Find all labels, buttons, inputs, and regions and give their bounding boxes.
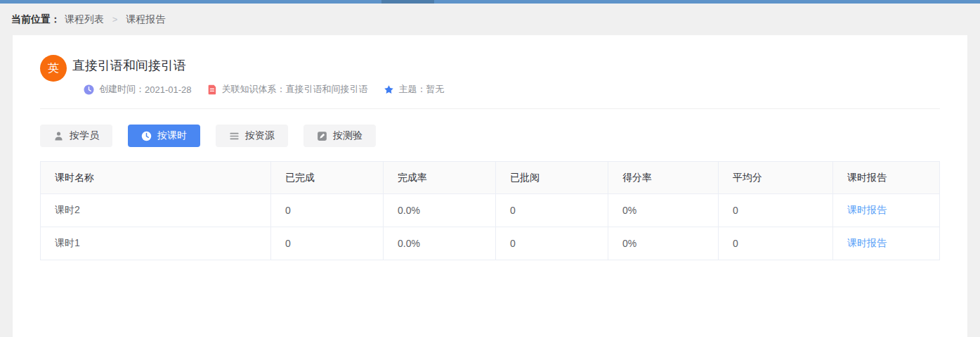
breadcrumb-item-course-report: 课程报告 [126,13,165,25]
course-title: 直接引语和间接引语 [72,55,460,75]
tab-by-quiz-label: 按测验 [333,129,362,142]
tab-by-resource[interactable]: 按资源 [216,125,288,147]
tab-by-resource-label: 按资源 [245,129,275,142]
column-header-completed: 已完成 [271,162,384,194]
column-header-lesson-name: 课时名称 [41,162,271,194]
breadcrumb: 当前位置： 课程列表 > 课程报告 [0,4,980,35]
cell-reviewed: 0 [496,227,608,260]
meta-topic-label: 主题： [399,83,426,96]
edit-icon [317,131,327,141]
cell-average: 0 [719,194,833,227]
cell-completed: 0 [271,227,384,260]
cell-score-rate: 0% [608,227,719,260]
lesson-report-link[interactable]: 课时报告 [847,204,887,215]
cell-score-rate: 0% [608,194,719,227]
meta-topic-value: 暂无 [426,83,445,96]
meta-knowledge-system-label: 关联知识体系： [222,83,286,96]
tab-by-student-label: 按学员 [70,129,99,142]
clock-icon [141,131,152,141]
table-header-row: 课时名称 已完成 完成率 已批阅 得分率 平均分 课时报告 [41,162,940,194]
tab-by-lesson-label: 按课时 [157,129,187,142]
star-icon [384,84,394,95]
cell-lesson-name: 课时1 [41,227,271,260]
breadcrumb-separator-icon: > [112,14,118,25]
course-meta: 创建时间：2021-01-28 关联知识体系：直接引语和间接引语 主题：暂无 [84,83,460,96]
tab-by-student[interactable]: 按学员 [40,125,112,147]
list-icon [229,131,240,141]
user-icon [53,131,64,141]
meta-created-time-value: 2021-01-28 [145,84,192,95]
lesson-report-table: 课时名称 已完成 完成率 已批阅 得分率 平均分 课时报告 课时2 0 0.0%… [40,161,940,260]
tab-by-quiz[interactable]: 按测验 [303,125,376,147]
column-header-score-rate: 得分率 [608,162,719,194]
course-subject-badge: 英 [40,55,67,82]
lesson-report-link[interactable]: 课时报告 [847,237,887,248]
report-view-tabs: 按学员 按课时 按资源 按测验 [40,125,940,147]
cell-completion-rate: 0.0% [384,227,496,260]
main-card: 英 直接引语和间接引语 创建时间：2021-01-28 关联知识体系：直接引语和… [13,35,967,337]
column-header-completion-rate: 完成率 [384,162,496,194]
cell-completed: 0 [271,194,384,227]
section-divider [40,108,940,109]
cell-completion-rate: 0.0% [384,194,496,227]
meta-topic: 主题：暂无 [384,83,445,96]
table-row: 课时2 0 0.0% 0 0% 0 课时报告 [41,194,940,227]
breadcrumb-item-course-list[interactable]: 课程列表 [65,13,104,25]
column-header-lesson-report: 课时报告 [833,162,940,194]
column-header-average: 平均分 [719,162,833,194]
cell-lesson-name: 课时2 [41,194,271,227]
horizontal-scrollbar-thumb[interactable] [381,0,434,4]
course-header: 英 直接引语和间接引语 创建时间：2021-01-28 关联知识体系：直接引语和… [40,35,940,96]
course-subject-badge-text: 英 [48,61,59,76]
cell-reviewed: 0 [496,194,608,227]
top-accent-bar [0,0,980,4]
meta-created-time: 创建时间：2021-01-28 [84,83,192,96]
document-icon [207,84,217,95]
tab-by-lesson[interactable]: 按课时 [128,125,200,147]
meta-knowledge-system-value: 直接引语和间接引语 [286,83,368,96]
breadcrumb-label: 当前位置： [11,13,60,25]
column-header-reviewed: 已批阅 [496,162,608,194]
meta-knowledge-system: 关联知识体系：直接引语和间接引语 [207,83,368,96]
meta-created-time-label: 创建时间： [99,83,145,96]
table-row: 课时1 0 0.0% 0 0% 0 课时报告 [41,227,940,260]
clock-icon [84,84,94,95]
cell-average: 0 [719,227,833,260]
